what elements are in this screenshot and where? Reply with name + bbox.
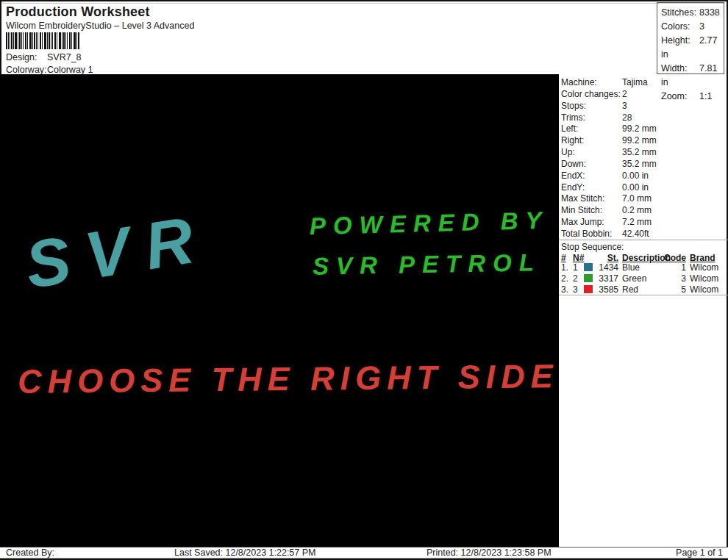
info-label: Min Stitch:	[561, 205, 622, 217]
info-label: Trims:	[561, 112, 622, 124]
info-value: 35.2 mm	[622, 147, 657, 157]
stat-row-stitches: Stitches:8338	[661, 6, 724, 20]
stat-label: Stitches:	[661, 6, 699, 20]
colorway-label: Colorway:	[6, 65, 47, 75]
info-row-up: Up:35.2 mm	[561, 147, 657, 159]
info-label: Color changes:	[561, 89, 622, 101]
info-value: 3	[622, 101, 627, 111]
col-header-brand: Brand	[690, 253, 715, 263]
info-label: Up:	[561, 147, 622, 159]
info-value: 42.40ft	[622, 229, 649, 239]
seq-n: 3	[573, 284, 584, 295]
info-value: 7.2 mm	[622, 217, 652, 227]
info-label: Stops:	[561, 101, 622, 112]
stop-sequence-title: Stop Sequence:	[561, 242, 624, 252]
info-label: Max Stitch:	[561, 193, 622, 205]
col-header-n: N#	[573, 253, 584, 263]
info-row-max-stitch: Max Stitch:7.0 mm	[561, 193, 657, 205]
design-row: Design:SVR7_8	[6, 52, 82, 62]
info-value: 0.00 in	[622, 170, 649, 181]
thread-color-swatch	[584, 274, 593, 282]
info-row-total-bobbin: Total Bobbin:42.40ft	[561, 229, 657, 240]
seq-n: 1	[573, 262, 584, 273]
info-value: 2	[622, 89, 627, 99]
production-worksheet-page: Production Worksheet Wilcom EmbroiderySt…	[0, 0, 728, 560]
info-row-max-jump: Max Jump:7.2 mm	[561, 217, 657, 229]
stop-sequence-row: 2.23317Green3Wilcom	[561, 273, 727, 284]
header-top-divider	[3, 3, 725, 4]
seq-stitches: 3585	[594, 284, 618, 295]
stat-value: 3	[699, 21, 704, 32]
info-value: 0.00 in	[622, 182, 649, 193]
seq-code: 1	[664, 262, 686, 273]
info-label: Total Bobbin:	[561, 229, 622, 240]
info-row-min-stitch: Min Stitch:0.2 mm	[561, 205, 657, 217]
thread-color-swatch	[584, 263, 593, 271]
seq-description: Red	[622, 284, 664, 295]
machine-info-panel: Machine:Tajima Color changes:2 Stops:3 T…	[559, 74, 728, 547]
seq-num: 2.	[561, 273, 573, 284]
last-saved-text: Last Saved: 12/8/2023 1:22:57 PM	[174, 548, 316, 558]
info-row-right: Right:99.2 mm	[561, 135, 657, 147]
seq-brand: Wilcom	[690, 284, 718, 295]
col-header-description: Description	[622, 253, 664, 263]
stat-label: Colors:	[661, 20, 699, 34]
info-row-machine: Machine:Tajima	[561, 77, 657, 89]
seq-n: 2	[573, 273, 584, 284]
info-row-stops: Stops:3	[561, 101, 657, 112]
stop-sequence-top-divider	[559, 240, 728, 240]
app-subtitle: Wilcom EmbroideryStudio – Level 3 Advanc…	[6, 21, 194, 31]
design-stats-box: Stitches:8338 Colors:3 Height:2.77 in Wi…	[657, 2, 724, 74]
seq-code: 5	[664, 284, 686, 295]
info-row-trims: Trims:28	[561, 112, 657, 124]
info-row-endy: EndY:0.00 in	[561, 182, 657, 194]
embroidery-text-svr: SVR	[21, 204, 214, 298]
design-preview-canvas: SVR POWERED BY SVR PETROL CHOOSE THE RIG…	[0, 74, 559, 547]
printed-text: Printed: 12/8/2023 1:23:58 PM	[427, 548, 552, 558]
seq-stitches: 3317	[594, 273, 618, 284]
seq-brand: Wilcom	[690, 262, 718, 273]
page-number: Page 1 of 1	[676, 548, 723, 558]
info-row-endx: EndX:0.00 in	[561, 170, 657, 182]
stat-value: 8338	[699, 7, 720, 18]
info-label: Right:	[561, 135, 622, 147]
info-value: 99.2 mm	[622, 123, 657, 134]
machine-info-rows: Machine:Tajima Color changes:2 Stops:3 T…	[561, 77, 657, 240]
info-value: 35.2 mm	[622, 159, 657, 169]
seq-code: 3	[664, 273, 686, 284]
info-label: Left:	[561, 123, 622, 135]
seq-num: 1.	[561, 262, 573, 273]
col-header-num: #	[561, 253, 573, 263]
col-header-st: St.	[594, 253, 618, 263]
stat-label: Height:	[661, 34, 699, 48]
info-value: 7.0 mm	[622, 193, 652, 204]
info-label: Machine:	[561, 77, 622, 89]
info-label: EndY:	[561, 182, 622, 194]
info-value: 0.2 mm	[622, 205, 652, 215]
created-by-label: Created By:	[6, 548, 54, 558]
seq-description: Green	[622, 273, 664, 284]
stop-sequence-bottom-divider	[559, 295, 728, 295]
info-row-down: Down:35.2 mm	[561, 159, 657, 170]
thread-color-swatch	[584, 285, 593, 293]
colorway-row: Colorway:Colorway 1	[6, 65, 93, 75]
embroidery-text-powered-by: POWERED BY	[310, 208, 549, 239]
footer-bar: Created By: Last Saved: 12/8/2023 1:22:5…	[0, 547, 728, 559]
stat-row-height: Height:2.77 in	[661, 34, 724, 62]
seq-brand: Wilcom	[690, 273, 718, 284]
info-label: EndX:	[561, 170, 622, 182]
stop-sequence-row: 3.33585Red5Wilcom	[561, 284, 727, 295]
seq-stitches: 1434	[594, 262, 618, 273]
info-label: Max Jump:	[561, 217, 622, 229]
embroidery-text-svr-petrol: SVR PETROL	[313, 250, 541, 278]
info-label: Down:	[561, 159, 622, 170]
seq-num: 3.	[561, 284, 573, 295]
stat-row-colors: Colors:3	[661, 20, 724, 34]
design-value: SVR7_8	[47, 52, 82, 62]
colorway-value: Colorway 1	[47, 65, 93, 75]
stop-sequence-row: 1.11434Blue1Wilcom	[561, 262, 727, 273]
info-value: 99.2 mm	[622, 135, 657, 146]
barcode-icon	[6, 32, 79, 49]
info-row-color-changes: Color changes:2	[561, 89, 657, 101]
info-row-left: Left:99.2 mm	[561, 123, 657, 135]
